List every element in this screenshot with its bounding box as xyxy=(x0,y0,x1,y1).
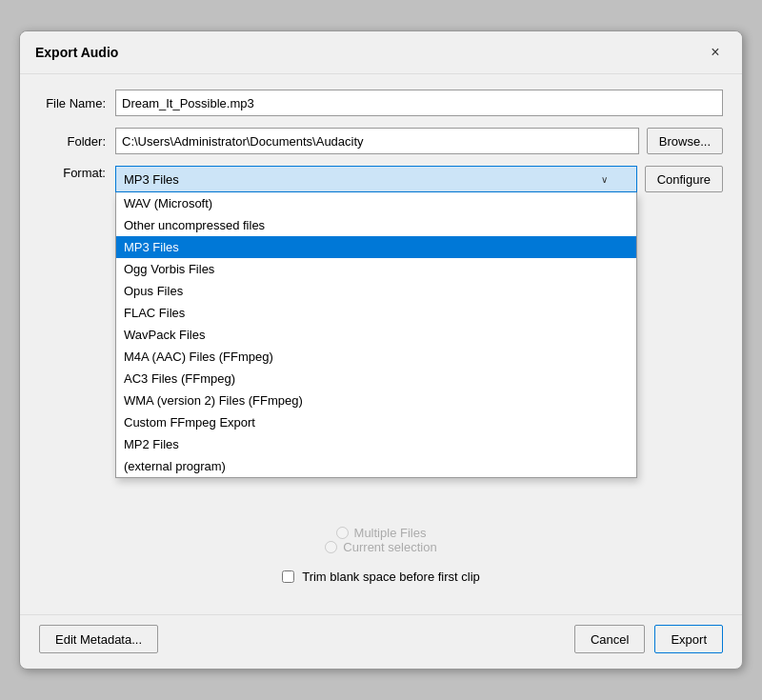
dropdown-item-external[interactable]: (external program) xyxy=(116,455,636,477)
dropdown-item-wavpack[interactable]: WavPack Files xyxy=(116,324,636,346)
dropdown-item-mp3[interactable]: MP3 Files xyxy=(116,236,636,258)
trim-checkbox[interactable] xyxy=(282,570,294,583)
dropdown-item-ogg[interactable]: Ogg Vorbis Files xyxy=(116,258,636,280)
folder-input[interactable] xyxy=(115,128,639,154)
configure-button[interactable]: Configure xyxy=(645,166,723,192)
dropdown-item-ffmpeg[interactable]: Custom FFmpeg Export xyxy=(116,411,636,433)
current-selection-radio-item: Current selection xyxy=(325,540,436,554)
format-dropdown-list: WAV (Microsoft) Other uncompressed files… xyxy=(115,192,637,478)
dialog-title: Export Audio xyxy=(35,45,118,60)
file-name-label: File Name: xyxy=(39,96,106,110)
file-name-row: File Name: xyxy=(39,90,723,116)
current-selection-radio[interactable] xyxy=(325,541,337,553)
multiple-files-radio[interactable] xyxy=(336,527,349,539)
format-dropdown[interactable]: MP3 Files ∨ xyxy=(115,166,637,192)
dropdown-item-mp2[interactable]: MP2 Files xyxy=(116,433,636,455)
current-selection-label: Current selection xyxy=(343,540,436,554)
dropdown-arrow-icon: ∨ xyxy=(601,174,608,185)
trim-label: Trim blank space before first clip xyxy=(302,570,480,584)
title-bar: Export Audio × xyxy=(20,31,742,74)
dropdown-item-wma[interactable]: WMA (version 2) Files (FFmpeg) xyxy=(116,390,636,411)
dropdown-item-ac3[interactable]: AC3 Files (FFmpeg) xyxy=(116,368,636,390)
dialog-body: File Name: Folder: Browse... Format: MP3… xyxy=(20,74,742,614)
format-row: Format: MP3 Files ∨ WAV (Microsoft) Othe… xyxy=(39,166,723,192)
dropdown-item-uncompressed[interactable]: Other uncompressed files xyxy=(116,214,636,236)
format-selected-text: MP3 Files xyxy=(124,172,179,187)
folder-row: Folder: Browse... xyxy=(39,128,723,154)
edit-metadata-button[interactable]: Edit Metadata... xyxy=(39,625,158,653)
dropdown-item-m4a[interactable]: M4A (AAC) Files (FFmpeg) xyxy=(116,346,636,368)
footer-right: Cancel Export xyxy=(574,625,723,653)
multiple-files-radio-item: Multiple Files xyxy=(336,526,427,540)
export-button[interactable]: Export xyxy=(654,625,723,653)
trim-row: Trim blank space before first clip xyxy=(39,570,723,584)
format-label: Format: xyxy=(39,166,106,180)
footer-left: Edit Metadata... xyxy=(39,625,158,653)
dropdown-item-opus[interactable]: Opus Files xyxy=(116,280,636,302)
export-range-section: Multiple Files Current selection xyxy=(39,526,723,554)
dialog-footer: Edit Metadata... Cancel Export xyxy=(20,614,742,669)
folder-label: Folder: xyxy=(39,134,106,149)
file-name-input[interactable] xyxy=(115,90,723,116)
dropdown-item-flac[interactable]: FLAC Files xyxy=(116,302,636,324)
format-select-wrapper: MP3 Files ∨ WAV (Microsoft) Other uncomp… xyxy=(115,166,637,192)
browse-button[interactable]: Browse... xyxy=(647,128,723,154)
close-button[interactable]: × xyxy=(704,41,727,64)
dropdown-item-wav[interactable]: WAV (Microsoft) xyxy=(116,192,636,214)
cancel-button[interactable]: Cancel xyxy=(574,625,645,653)
export-audio-dialog: Export Audio × File Name: Folder: Browse… xyxy=(19,30,743,670)
multiple-files-label: Multiple Files xyxy=(354,526,427,540)
